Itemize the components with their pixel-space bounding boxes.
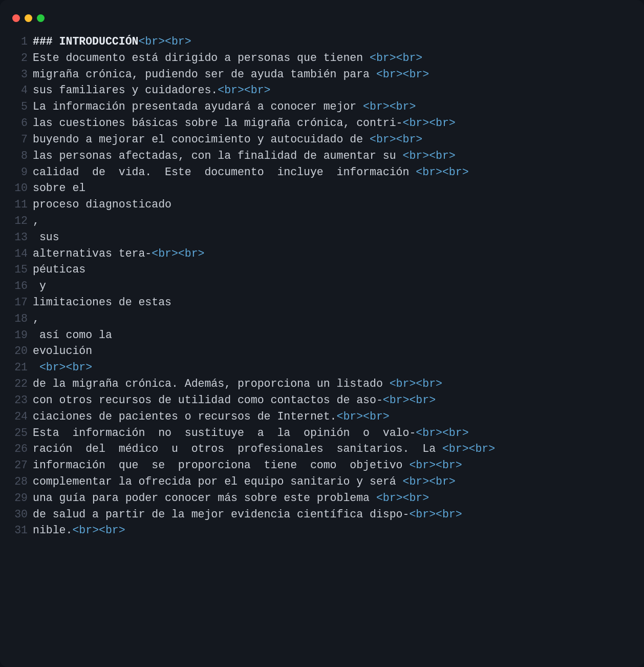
line-content: Este documento está dirigido a personas …: [33, 50, 635, 67]
line-number: 13: [9, 230, 33, 246]
br-tag: <br><br>: [138, 35, 191, 48]
code-line: 16 y: [9, 278, 635, 295]
line-content: una guía para poder conocer más sobre es…: [33, 490, 635, 507]
code-line: 24ciaciones de pacientes o recursos de I…: [9, 409, 635, 425]
code-line: 7buyendo a mejorar el conocimiento y aut…: [9, 132, 635, 148]
text-run: proceso diagnosticado: [33, 198, 171, 211]
line-number: 1: [9, 34, 33, 50]
br-tag: <br><br>: [409, 459, 462, 471]
text-run: ración del médico u otros profesionales …: [33, 443, 442, 455]
text-run: las personas afectadas, con la finalidad…: [33, 150, 403, 162]
code-line: 13 sus: [9, 230, 635, 246]
text-run: y: [33, 280, 46, 292]
line-number: 27: [9, 457, 33, 474]
line-content: las cuestiones básicas sobre la migraña …: [33, 115, 635, 132]
br-tag: <br><br>: [416, 166, 468, 178]
line-content: de la migraña crónica. Además, proporcio…: [33, 376, 635, 392]
line-number: 26: [9, 441, 33, 457]
line-content: proceso diagnosticado: [33, 197, 635, 213]
br-tag: <br><br>: [72, 524, 125, 536]
line-number: 10: [9, 180, 33, 197]
code-line: 18,: [9, 311, 635, 327]
heading-text: ### INTRODUCCIÓN: [33, 35, 138, 48]
line-number: 22: [9, 376, 33, 392]
code-line: 4sus familiares y cuidadores.<br><br>: [9, 82, 635, 99]
line-content: las personas afectadas, con la finalidad…: [33, 148, 635, 164]
text-run: información que se proporciona tiene com…: [33, 459, 409, 471]
code-line: 17limitaciones de estas: [9, 295, 635, 311]
br-tag: <br><br>: [403, 475, 456, 488]
br-tag: <br><br>: [218, 84, 270, 96]
br-tag: <br><br>: [370, 133, 422, 145]
code-line: 8las personas afectadas, con la finalida…: [9, 148, 635, 164]
line-content: complementar la ofrecida por el equipo s…: [33, 474, 635, 490]
line-number: 20: [9, 343, 33, 360]
text-run: así como la: [33, 329, 112, 341]
text-run: alternativas tera-: [33, 247, 152, 260]
line-number: 23: [9, 392, 33, 409]
line-content: alternativas tera-<br><br>: [33, 246, 635, 262]
line-content: evolución: [33, 343, 635, 360]
text-run: [33, 361, 39, 373]
text-run: Esta información no sustituye a la opini…: [33, 427, 416, 439]
code-line: 30de salud a partir de la mejor evidenci…: [9, 507, 635, 523]
line-content: ### INTRODUCCIÓN<br><br>: [33, 34, 635, 50]
line-content: sobre el: [33, 180, 635, 197]
code-line: 19 así como la: [9, 327, 635, 344]
window-titlebar: [9, 8, 635, 25]
text-run: Este documento está dirigido a personas …: [33, 52, 370, 64]
line-number: 18: [9, 311, 33, 327]
br-tag: <br><br>: [416, 427, 468, 439]
text-run: sus: [33, 231, 59, 243]
line-content: calidad de vida. Este documento incluye …: [33, 164, 635, 181]
close-icon[interactable]: [12, 14, 20, 22]
code-editor[interactable]: 1### INTRODUCCIÓN<br><br>2Este documento…: [9, 34, 635, 539]
line-content: ,: [33, 213, 635, 230]
line-number: 3: [9, 67, 33, 83]
text-run: ,: [33, 312, 39, 325]
line-content: sus: [33, 230, 635, 246]
code-line: 31nible.<br><br>: [9, 523, 635, 539]
code-line: 10sobre el: [9, 180, 635, 197]
text-run: con otros recursos de utilidad como cont…: [33, 394, 383, 406]
br-tag: <br><br>: [383, 394, 436, 406]
text-run: limitaciones de estas: [33, 296, 171, 308]
br-tag: <br><br>: [376, 68, 429, 80]
line-number: 21: [9, 360, 33, 376]
line-content: y: [33, 278, 635, 295]
code-line: 5La información presentada ayudará a con…: [9, 99, 635, 115]
br-tag: <br><br>: [152, 247, 204, 260]
code-line: 12,: [9, 213, 635, 230]
code-line: 6las cuestiones básicas sobre la migraña…: [9, 115, 635, 132]
line-content: con otros recursos de utilidad como cont…: [33, 392, 635, 409]
line-number: 31: [9, 523, 33, 539]
code-line: 20evolución: [9, 343, 635, 360]
minimize-icon[interactable]: [25, 14, 32, 22]
line-content: <br><br>: [33, 360, 635, 376]
line-content: migraña crónica, pudiendo ser de ayuda t…: [33, 67, 635, 83]
line-content: La información presentada ayudará a cono…: [33, 99, 635, 115]
text-run: ciaciones de pacientes o recursos de Int…: [33, 410, 337, 423]
text-run: migraña crónica, pudiendo ser de ayuda t…: [33, 68, 376, 80]
line-content: así como la: [33, 327, 635, 344]
line-content: limitaciones de estas: [33, 295, 635, 311]
line-content: Esta información no sustituye a la opini…: [33, 425, 635, 442]
code-line: 9calidad de vida. Este documento incluye…: [9, 164, 635, 181]
code-line: 26ración del médico u otros profesionale…: [9, 441, 635, 457]
line-number: 16: [9, 278, 33, 295]
code-line: 28complementar la ofrecida por el equipo…: [9, 474, 635, 490]
text-run: evolución: [33, 345, 92, 357]
line-number: 24: [9, 409, 33, 425]
code-line: 21 <br><br>: [9, 360, 635, 376]
br-tag: <br><br>: [390, 378, 442, 390]
code-line: 11proceso diagnosticado: [9, 197, 635, 213]
line-content: información que se proporciona tiene com…: [33, 457, 635, 474]
code-line: 27información que se proporciona tiene c…: [9, 457, 635, 474]
code-line: 2Este documento está dirigido a personas…: [9, 50, 635, 67]
line-number: 6: [9, 115, 33, 132]
zoom-icon[interactable]: [37, 14, 45, 22]
text-run: sobre el: [33, 182, 85, 194]
text-run: buyendo a mejorar el conocimiento y auto…: [33, 133, 370, 145]
line-number: 29: [9, 490, 33, 507]
code-line: 14alternativas tera-<br><br>: [9, 246, 635, 262]
